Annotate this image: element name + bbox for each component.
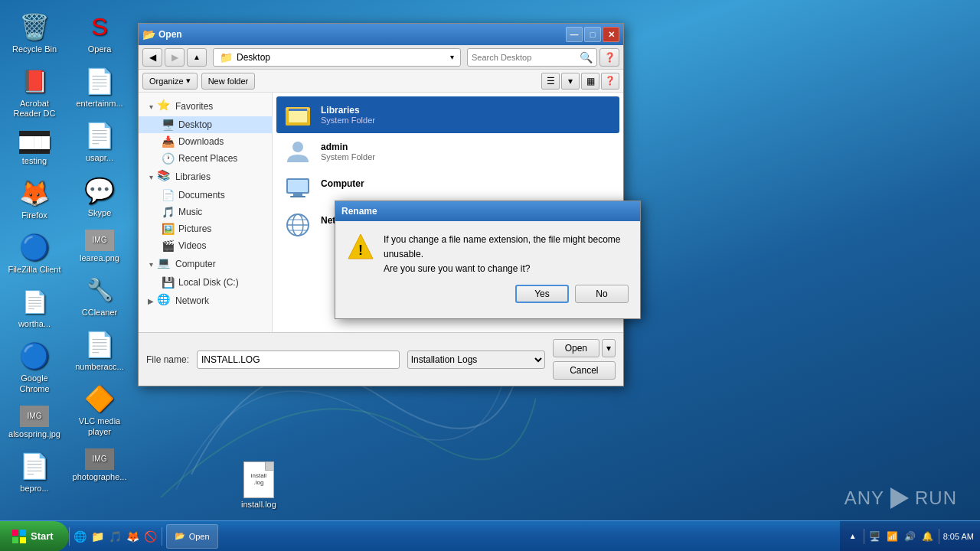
view-list-button[interactable]: ☰ bbox=[541, 73, 560, 90]
computer-name: Computer bbox=[321, 178, 613, 189]
taskbar-open-dialog-item[interactable]: 📂 Open bbox=[166, 524, 218, 549]
tray-volume-icon[interactable]: 🔊 bbox=[903, 530, 917, 543]
rename-dialog: Rename ! If you change a file name exten… bbox=[335, 201, 641, 319]
nav-item-pictures[interactable]: 🖼️ Pictures bbox=[139, 220, 272, 237]
desktop-icon-firefox[interactable]: 🦊 Firefox bbox=[4, 174, 65, 224]
taskbar-folder-icon[interactable]: 📁 bbox=[91, 530, 105, 543]
desktop-icon-entertainment[interactable]: 📄 entertainm... bbox=[69, 62, 130, 112]
file-type-select[interactable]: Installation Logs bbox=[407, 350, 545, 369]
view-dropdown-button[interactable]: ▾ bbox=[561, 73, 580, 90]
taskbar: Start 🌐 📁 🎵 🦊 🚫 📂 Open ▲ 🖥️ 📶 🔊 🔔 bbox=[0, 520, 980, 551]
desktop-icon-photographe[interactable]: IMG photographe... bbox=[69, 445, 130, 486]
rename-dialog-content: ! If you change a file name extension, t… bbox=[335, 221, 640, 318]
desktop-icon-usapr[interactable]: 📄 usapr... bbox=[69, 116, 130, 167]
search-icon[interactable]: 🔍 bbox=[580, 51, 593, 64]
nav-item-local-disk[interactable]: 💾 Local Disk (C:) bbox=[139, 274, 272, 291]
tray-network-icon[interactable]: 📶 bbox=[886, 530, 900, 543]
view-tiles-button[interactable]: ▦ bbox=[581, 73, 599, 90]
pictures-nav-icon: 🖼️ bbox=[162, 223, 175, 235]
desktop-icon-recycle-bin[interactable]: 🗑️ Recycle Bin bbox=[4, 8, 65, 58]
nav-pane: ▾ ⭐ Favorites 🖥️ Desktop 📥 Downloads 🕐 R… bbox=[139, 93, 273, 332]
favorites-icon: ⭐ bbox=[157, 99, 172, 114]
search-bar[interactable]: 🔍 bbox=[467, 48, 597, 67]
open-dialog-titlebar[interactable]: 📂 Open — □ ✕ bbox=[139, 24, 623, 45]
maximize-button[interactable]: □ bbox=[584, 27, 601, 42]
organize-button[interactable]: Organize ▾ bbox=[142, 73, 198, 90]
dialog-nav-toolbar: ◀ ▶ ▲ 📁 Desktop ▾ 🔍 ❓ bbox=[139, 45, 623, 70]
rename-message-row: ! If you change a file name extension, t… bbox=[347, 233, 629, 277]
tray-action-center-icon[interactable]: 🔔 bbox=[921, 530, 935, 543]
desktop-icon-chrome[interactable]: 🔵 Google Chrome bbox=[4, 337, 65, 397]
taskbar-noentry-icon[interactable]: 🚫 bbox=[144, 530, 158, 543]
desktop-icon-filezilla[interactable]: 🔵 FileZilla Client bbox=[4, 228, 65, 279]
network-expand-icon: ▶ bbox=[145, 295, 157, 307]
desktop-icon-alsospring[interactable]: IMG alsospring.jpg bbox=[4, 402, 65, 443]
admin-type: System Folder bbox=[321, 152, 613, 161]
documents-nav-icon: 📄 bbox=[162, 189, 175, 201]
desktop-icon-acrobat[interactable]: 📕 Acrobat Reader DC bbox=[4, 62, 65, 122]
open-file-button[interactable]: Open bbox=[553, 339, 599, 357]
nav-item-documents[interactable]: 📄 Documents bbox=[139, 187, 272, 204]
svg-rect-20 bbox=[20, 537, 26, 543]
back-button[interactable]: ◀ bbox=[142, 48, 162, 67]
nav-item-downloads[interactable]: 📥 Downloads bbox=[139, 133, 272, 150]
rename-dialog-title: Rename bbox=[341, 206, 377, 217]
search-input[interactable] bbox=[472, 53, 577, 62]
rename-dialog-titlebar[interactable]: Rename bbox=[335, 201, 640, 221]
new-folder-button[interactable]: New folder bbox=[201, 73, 256, 90]
taskbar-clock[interactable]: 8:05 AM bbox=[943, 532, 974, 541]
svg-rect-9 bbox=[290, 196, 305, 197]
desktop-icon-vlc[interactable]: 🔶 VLC media player bbox=[69, 380, 130, 440]
downloads-nav-icon: 📥 bbox=[162, 135, 175, 148]
desktop-icon-wortha[interactable]: 📄 wortha... bbox=[4, 282, 65, 333]
minimize-button[interactable]: — bbox=[566, 27, 583, 42]
file-item-admin[interactable]: admin System Folder bbox=[276, 133, 619, 170]
svg-rect-19 bbox=[12, 537, 18, 543]
open-dropdown-button[interactable]: ▾ bbox=[602, 339, 616, 357]
desktop-icon-ccleaner[interactable]: 🔧 CCleaner bbox=[69, 271, 130, 321]
location-dropdown-arrow[interactable]: ▾ bbox=[450, 53, 454, 61]
up-button[interactable]: ▲ bbox=[187, 48, 207, 67]
file-item-libraries[interactable]: Libraries System Folder bbox=[276, 96, 619, 133]
desktop-icon-testing[interactable]: ████ testing bbox=[4, 127, 65, 170]
rename-buttons: Yes No bbox=[347, 285, 629, 307]
nav-item-music[interactable]: 🎵 Music bbox=[139, 204, 272, 220]
computer-expand-icon: ▾ bbox=[145, 258, 157, 270]
help-small-button[interactable]: ❓ bbox=[601, 73, 619, 90]
tray-monitor-icon[interactable]: 🖥️ bbox=[868, 530, 882, 543]
desktop-icon-opera[interactable]: S Opera bbox=[69, 8, 130, 58]
computer-header[interactable]: ▾ 💻 Computer bbox=[139, 254, 272, 274]
nav-item-recent-places[interactable]: 🕐 Recent Places bbox=[139, 150, 272, 167]
network-header[interactable]: ▶ 🌐 Network bbox=[139, 291, 272, 311]
close-button[interactable]: ✕ bbox=[603, 27, 619, 42]
svg-point-5 bbox=[292, 142, 303, 152]
quick-launch: 🌐 📁 🎵 🦊 🚫 bbox=[70, 530, 162, 543]
tray-divider2 bbox=[939, 529, 939, 544]
system-tray: ▲ 🖥️ 📶 🔊 🔔 8:05 AM bbox=[840, 521, 980, 551]
desktop-icon-skype[interactable]: 💬 Skype bbox=[69, 171, 130, 222]
rename-no-button[interactable]: No bbox=[575, 285, 629, 303]
file-name-input[interactable] bbox=[197, 350, 400, 369]
nav-item-desktop[interactable]: 🖥️ Desktop bbox=[139, 116, 272, 133]
taskbar-firefox-icon[interactable]: 🦊 bbox=[126, 530, 140, 543]
desktop-file-install-log[interactable]: install.log install.log bbox=[241, 461, 276, 509]
favorites-header[interactable]: ▾ ⭐ Favorites bbox=[139, 96, 272, 116]
libraries-folder-icon bbox=[283, 99, 313, 130]
desktop-icon-learea[interactable]: IMG learea.png bbox=[69, 226, 130, 267]
location-text: Desktop bbox=[237, 52, 270, 63]
taskbar-ie-icon[interactable]: 🌐 bbox=[74, 530, 87, 543]
location-bar[interactable]: 📁 Desktop ▾ bbox=[213, 48, 461, 67]
tray-show-hidden-icon[interactable]: ▲ bbox=[846, 530, 860, 543]
nav-item-videos[interactable]: 🎬 Videos bbox=[139, 237, 272, 254]
rename-yes-button[interactable]: Yes bbox=[515, 285, 569, 303]
forward-button[interactable]: ▶ bbox=[165, 48, 185, 67]
network-icon: 🌐 bbox=[157, 293, 172, 308]
libraries-header[interactable]: ▾ 📚 Libraries bbox=[139, 167, 272, 187]
music-nav-icon: 🎵 bbox=[162, 206, 175, 218]
desktop-icon-numberacc[interactable]: 📄 numberacc... bbox=[69, 325, 130, 376]
start-button[interactable]: Start bbox=[0, 521, 69, 552]
desktop-icon-bepro[interactable]: 📄 bepro... bbox=[4, 447, 65, 497]
cancel-button[interactable]: Cancel bbox=[553, 361, 616, 380]
help-button[interactable]: ❓ bbox=[599, 48, 619, 67]
taskbar-media-icon[interactable]: 🎵 bbox=[109, 530, 122, 543]
